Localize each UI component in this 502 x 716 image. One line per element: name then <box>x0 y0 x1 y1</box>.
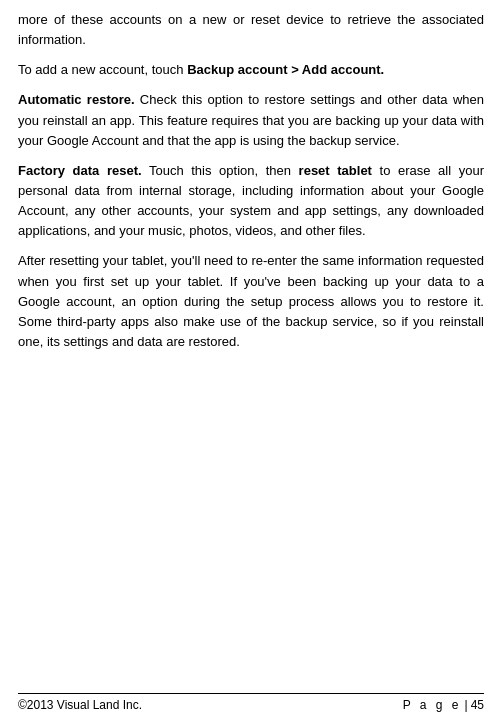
paragraph-2-bold: Backup account > Add account. <box>187 62 384 77</box>
footer-page-number: 45 <box>471 698 484 712</box>
paragraph-4-bold: Factory data reset. <box>18 163 142 178</box>
footer-page-label: P a g e <box>403 698 462 712</box>
footer-pipe: | <box>465 698 468 712</box>
footer-page: P a g e | 45 <box>403 698 484 712</box>
paragraph-4: Factory data reset. Touch this option, t… <box>18 161 484 242</box>
paragraph-5: After resetting your tablet, you'll need… <box>18 251 484 352</box>
footer-copyright: ©2013 Visual Land Inc. <box>18 698 142 712</box>
paragraph-3: Automatic restore. Check this option to … <box>18 90 484 150</box>
paragraph-1-text: more of these accounts on a new or reset… <box>18 12 484 47</box>
paragraph-4-middle: Touch this option, then <box>142 163 299 178</box>
content-area: more of these accounts on a new or reset… <box>18 10 484 693</box>
paragraph-2-prefix: To add a new account, touch <box>18 62 187 77</box>
paragraph-4-bold2: reset tablet <box>299 163 372 178</box>
paragraph-3-bold: Automatic restore. <box>18 92 135 107</box>
paragraph-5-text: After resetting your tablet, you'll need… <box>18 253 484 349</box>
paragraph-2: To add a new account, touch Backup accou… <box>18 60 484 80</box>
page-container: more of these accounts on a new or reset… <box>0 0 502 716</box>
paragraph-1: more of these accounts on a new or reset… <box>18 10 484 50</box>
footer: ©2013 Visual Land Inc. P a g e | 45 <box>18 693 484 716</box>
